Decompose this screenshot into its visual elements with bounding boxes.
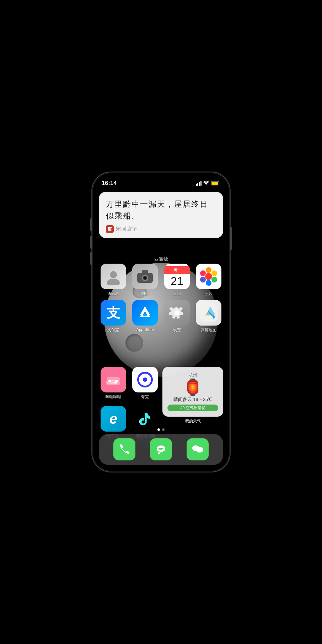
app-contacts[interactable]: 通讯录 — [99, 264, 128, 296]
gaode-icon — [196, 300, 221, 326]
status-time: 16:14 — [102, 180, 117, 186]
douyin-icon — [132, 406, 158, 432]
poem-text: 万里黔中一漏天，屋居终日似乘船。 — [106, 198, 216, 222]
svg-point-1 — [107, 279, 120, 285]
app-appstore[interactable]: App Store — [131, 300, 160, 333]
poem-author-row: 窗 宋·黄庭坚 — [106, 225, 216, 233]
photos-label: 照片 — [205, 291, 213, 296]
svg-rect-3 — [142, 270, 148, 274]
app-alipay[interactable]: 支 支付宝 — [99, 300, 128, 333]
app-camera[interactable]: 相机 — [131, 264, 160, 296]
camera-label: 相机 — [141, 291, 149, 296]
svg-point-37 — [196, 447, 203, 452]
phone-screen: 16:14 — [93, 173, 229, 471]
app-grid-row1: 通讯录 相机 周一 21 — [99, 264, 223, 333]
page-dots — [93, 428, 229, 431]
status-icons — [196, 181, 221, 186]
weather-desc: 晴间多云 19－25℃ — [167, 396, 218, 403]
weather-icon: 🏮 — [167, 379, 218, 395]
alipay-label: 支付宝 — [107, 327, 119, 333]
poem-app-icon: 窗 — [106, 225, 114, 233]
app-calendar[interactable]: 周一 21 日历 — [162, 264, 192, 296]
svg-point-12 — [200, 277, 206, 283]
app-settings[interactable]: 设置 — [162, 300, 192, 333]
calendar-label: 日历 — [173, 291, 181, 296]
dock-phone[interactable] — [113, 438, 135, 460]
poem-author-text: 宋·黄庭坚 — [116, 226, 137, 232]
contacts-icon — [101, 264, 126, 289]
svg-rect-14 — [140, 316, 150, 317]
dock-messages[interactable] — [150, 438, 172, 460]
contacts-label: 通讯录 — [107, 291, 119, 296]
settings-icon — [164, 300, 190, 326]
svg-point-11 — [206, 280, 211, 286]
svg-rect-32 — [159, 449, 162, 450]
xicangzhu-label: 西窗烛 — [93, 256, 229, 262]
settings-label: 设置 — [173, 327, 181, 333]
phone-frame: 16:14 — [92, 172, 230, 472]
appstore-icon — [132, 300, 158, 326]
camera-icon — [132, 264, 158, 289]
app-photos[interactable]: 照片 — [194, 264, 224, 296]
weather-city: 杭州 — [167, 373, 218, 378]
svg-rect-31 — [159, 448, 163, 449]
svg-point-0 — [110, 271, 117, 278]
bilibili-label: 哔哩哔哩 — [106, 394, 121, 400]
svg-point-9 — [211, 270, 217, 276]
app-gaode[interactable]: 高德地图 — [194, 300, 224, 333]
alipay-icon: 支 — [101, 300, 126, 326]
quark-icon — [132, 367, 158, 392]
signal-icon — [196, 181, 202, 186]
eleme-icon: e — [101, 406, 126, 432]
dock — [99, 434, 223, 465]
quark-label: 夸克 — [141, 394, 149, 400]
svg-point-13 — [200, 270, 206, 276]
dot-2 — [162, 428, 165, 431]
svg-point-8 — [206, 267, 211, 273]
appstore-label: App Store — [136, 327, 154, 332]
dot-1 — [157, 428, 160, 431]
battery-icon — [211, 181, 220, 185]
gaode-label: 高德地图 — [201, 327, 216, 333]
photos-icon — [196, 264, 221, 289]
calendar-icon: 周一 21 — [164, 264, 190, 289]
wifi-icon — [203, 181, 209, 186]
poem-widget[interactable]: 万里黔中一漏天，屋居终日似乘船。 窗 宋·黄庭坚 — [99, 192, 223, 238]
svg-point-10 — [211, 277, 217, 283]
svg-text:bilibili: bilibili — [106, 380, 117, 384]
svg-point-6 — [144, 277, 146, 279]
bilibili-icon: bilibili — [101, 367, 126, 392]
notch — [138, 173, 184, 183]
svg-point-7 — [205, 273, 212, 280]
dock-wechat[interactable] — [187, 438, 209, 460]
